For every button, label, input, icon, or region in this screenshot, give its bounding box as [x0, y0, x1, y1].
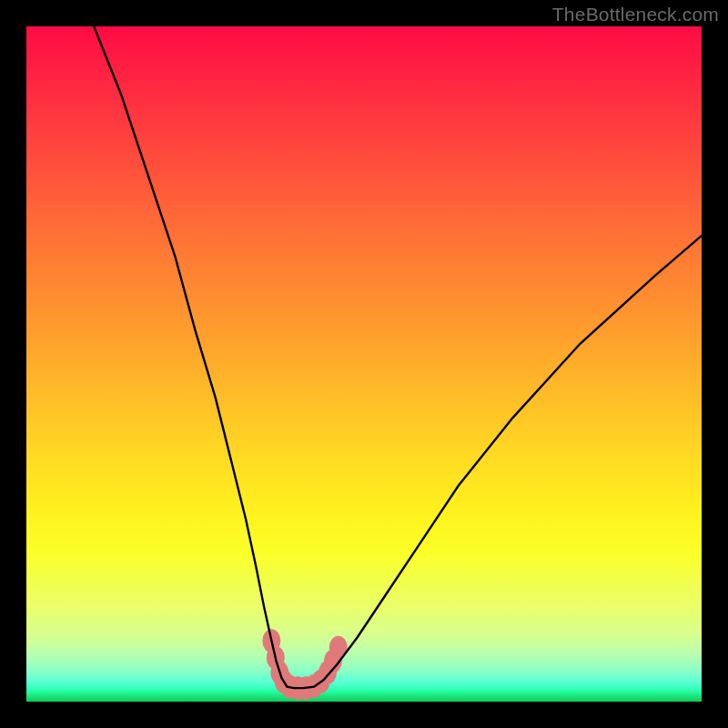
- curve-layer: [26, 26, 702, 702]
- outer-frame: TheBottleneck.com: [0, 0, 728, 728]
- plot-area: [26, 26, 702, 702]
- bottleneck-curve: [94, 26, 702, 688]
- watermark-text: TheBottleneck.com: [552, 4, 719, 25]
- marker-group: [262, 629, 347, 700]
